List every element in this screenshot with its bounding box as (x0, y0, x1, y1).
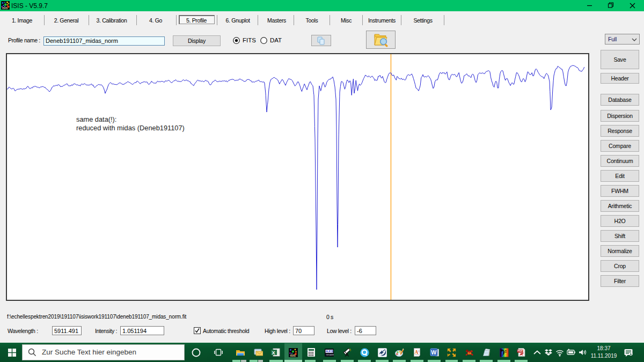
svg-text:RENAME: RENAME (326, 353, 334, 356)
svg-text:A.F.5: A.F.5 (326, 350, 333, 353)
svg-text:A: A (414, 349, 418, 354)
svg-text:X: X (272, 350, 275, 355)
svg-text:W: W (431, 349, 436, 355)
svg-text:same data(!):: same data(!): (76, 115, 116, 123)
svg-text:reduced with midas (Deneb19110: reduced with midas (Deneb191107) (76, 124, 185, 132)
svg-text:64: 64 (467, 351, 471, 354)
svg-text:ISIS: ISIS (2, 6, 8, 10)
svg-text:PDF: PDF (517, 349, 523, 352)
svg-text:ISIS: ISIS (290, 353, 296, 357)
